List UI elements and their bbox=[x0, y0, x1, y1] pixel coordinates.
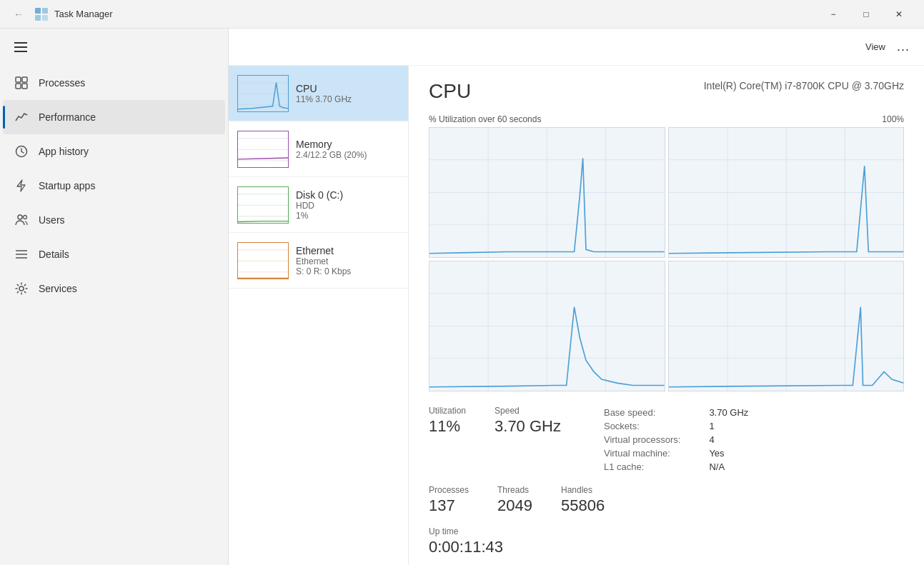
memory-sub: 2.4/12.2 GB (20%) bbox=[296, 150, 399, 160]
content-body: CPU 11% 3.70 GHz bbox=[229, 66, 924, 565]
sidebar-label-startup-apps: Startup apps bbox=[39, 180, 95, 191]
clock-icon bbox=[14, 144, 29, 159]
vp-label: Virtual processors: bbox=[604, 433, 680, 446]
stat-processes: Processes 137 bbox=[429, 485, 469, 515]
chart-cell-2 bbox=[668, 127, 905, 258]
app-icon bbox=[34, 7, 49, 21]
view-button[interactable]: View bbox=[865, 41, 885, 52]
cpu-info: CPU 11% 3.70 GHz bbox=[296, 83, 399, 104]
svg-rect-1 bbox=[42, 8, 48, 14]
main-content: View ... CPU bbox=[229, 29, 924, 565]
speed-label: Speed bbox=[495, 406, 561, 416]
chart-cell-4 bbox=[668, 261, 905, 391]
spec-block: Base speed: Sockets: Virtual processors:… bbox=[604, 406, 748, 474]
sidebar-label-performance: Performance bbox=[39, 111, 96, 123]
memory-name: Memory bbox=[296, 139, 399, 150]
sidebar-header bbox=[0, 29, 228, 66]
sidebar-item-details[interactable]: Details bbox=[3, 237, 225, 271]
sidebar-item-startup-apps[interactable]: Startup apps bbox=[3, 169, 225, 203]
svg-rect-3 bbox=[42, 15, 48, 21]
device-item-cpu[interactable]: CPU 11% 3.70 GHz bbox=[229, 66, 408, 121]
cpu-name: CPU bbox=[296, 83, 399, 94]
device-item-memory[interactable]: Memory 2.4/12.2 GB (20%) bbox=[229, 121, 408, 177]
handles-value: 55806 bbox=[561, 496, 605, 515]
vm-value: Yes bbox=[709, 446, 748, 460]
sockets-value: 1 bbox=[709, 419, 748, 433]
bolt-icon bbox=[14, 179, 29, 193]
sidebar-item-processes[interactable]: Processes bbox=[3, 66, 225, 100]
svg-rect-6 bbox=[16, 84, 21, 89]
threads-value: 2049 bbox=[497, 496, 532, 515]
sidebar-label-services: Services bbox=[39, 283, 77, 294]
sidebar-item-performance[interactable]: Performance bbox=[3, 100, 225, 134]
spec-values: 3.70 GHz 1 4 Yes N/A bbox=[709, 406, 748, 474]
counts-row: Processes 137 Threads 2049 Handles 55806 bbox=[429, 485, 904, 515]
sidebar-item-services[interactable]: Services bbox=[3, 271, 225, 306]
l1-value: N/A bbox=[709, 460, 748, 474]
sidebar-label-processes: Processes bbox=[39, 77, 85, 89]
charts-grid bbox=[429, 127, 904, 391]
ethernet-name: Ethernet bbox=[296, 245, 399, 256]
cpu-mini-chart bbox=[237, 75, 289, 112]
sidebar-label-users: Users bbox=[39, 214, 65, 226]
speed-value: 3.70 GHz bbox=[495, 417, 561, 436]
stats-row: Utilization 11% Speed 3.70 GHz Base spee… bbox=[429, 406, 904, 474]
uptime-label: Up time bbox=[429, 526, 904, 536]
ethernet-info: Ethernet Ethernet S: 0 R: 0 Kbps bbox=[296, 245, 399, 276]
back-button[interactable]: ← bbox=[9, 4, 29, 24]
svg-point-9 bbox=[18, 215, 22, 219]
chart-cell-3 bbox=[429, 261, 665, 391]
gear-icon bbox=[14, 281, 29, 296]
device-item-ethernet[interactable]: Ethernet Ethernet S: 0 R: 0 Kbps bbox=[229, 233, 408, 289]
cpu-title: CPU bbox=[429, 80, 471, 103]
stat-utilization: Utilization 11% bbox=[429, 406, 466, 474]
device-list: CPU 11% 3.70 GHz bbox=[229, 66, 409, 565]
app-container: Processes Performance App history bbox=[0, 29, 924, 565]
vp-value: 4 bbox=[709, 433, 748, 446]
list-icon bbox=[14, 247, 29, 261]
hamburger-button[interactable] bbox=[11, 36, 34, 59]
close-button[interactable]: ✕ bbox=[883, 3, 915, 26]
handles-label: Handles bbox=[561, 485, 605, 495]
chart-icon bbox=[14, 110, 29, 124]
hamburger-line bbox=[14, 51, 27, 52]
chart-cell-1 bbox=[429, 127, 665, 258]
device-item-disk[interactable]: Disk 0 (C:) HDD 1% bbox=[229, 177, 408, 233]
chart-label-text: % Utilization over 60 seconds bbox=[429, 114, 541, 124]
disk-sub1: HDD bbox=[296, 201, 399, 211]
minimize-button[interactable]: − bbox=[817, 3, 850, 26]
cpu-sub: 11% 3.70 GHz bbox=[296, 94, 399, 104]
chart-pct: 100% bbox=[882, 114, 904, 124]
svg-point-10 bbox=[24, 216, 27, 219]
stat-speed: Speed 3.70 GHz bbox=[495, 406, 561, 474]
more-button[interactable]: ... bbox=[897, 39, 910, 54]
utilization-value: 11% bbox=[429, 417, 466, 436]
ethernet-sub2: S: 0 R: 0 Kbps bbox=[296, 266, 399, 276]
svg-rect-0 bbox=[35, 8, 41, 14]
cpu-header: CPU Intel(R) Core(TM) i7-8700K CPU @ 3.7… bbox=[429, 80, 904, 103]
grid-icon bbox=[14, 76, 29, 90]
processes-label: Processes bbox=[429, 485, 469, 495]
vm-label: Virtual machine: bbox=[604, 446, 680, 460]
disk-info: Disk 0 (C:) HDD 1% bbox=[296, 189, 399, 221]
processes-value: 137 bbox=[429, 496, 469, 515]
window-controls: − □ ✕ bbox=[817, 3, 915, 26]
maximize-button[interactable]: □ bbox=[850, 3, 883, 26]
sidebar: Processes Performance App history bbox=[0, 29, 229, 565]
base-speed-value: 3.70 GHz bbox=[709, 406, 748, 419]
sidebar-label-app-history: App history bbox=[39, 146, 89, 157]
stat-threads: Threads 2049 bbox=[497, 485, 532, 515]
utilization-label: Utilization bbox=[429, 406, 466, 416]
sidebar-item-app-history[interactable]: App history bbox=[3, 134, 225, 169]
spec-labels: Base speed: Sockets: Virtual processors:… bbox=[604, 406, 680, 474]
sidebar-item-users[interactable]: Users bbox=[3, 203, 225, 237]
content-header: View ... bbox=[229, 29, 924, 66]
ethernet-mini-chart bbox=[237, 242, 289, 279]
l1-label: L1 cache: bbox=[604, 460, 680, 474]
svg-rect-2 bbox=[35, 15, 41, 21]
sidebar-label-details: Details bbox=[39, 249, 69, 260]
stat-uptime: Up time 0:00:11:43 bbox=[429, 526, 904, 556]
svg-rect-5 bbox=[22, 77, 27, 82]
app-title: Task Manager bbox=[54, 9, 113, 19]
svg-point-14 bbox=[19, 286, 24, 291]
